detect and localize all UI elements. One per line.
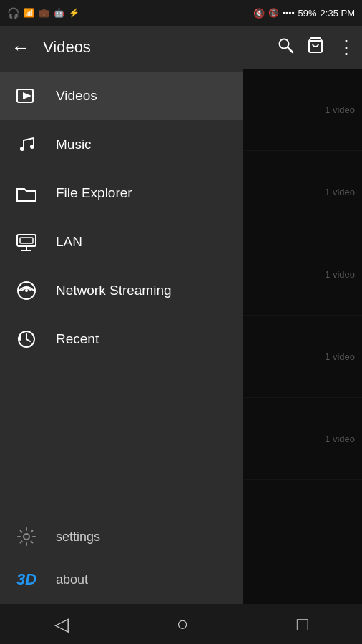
sidebar-item-label: Recent [56, 331, 99, 347]
sidebar-item-network-streaming[interactable]: Network Streaming [0, 266, 243, 315]
svg-line-1 [288, 47, 293, 52]
sidebar-nav: Videos Music [0, 69, 243, 512]
svg-point-14 [24, 534, 29, 540]
sidebar-item-music[interactable]: Music [0, 120, 243, 169]
signal-bars-icon: ▪▪▪▪ [283, 8, 295, 18]
bag-icon: 💼 [39, 8, 49, 18]
video-icon [13, 85, 40, 107]
mute-icon: 🔇 [253, 8, 265, 19]
lan-icon [13, 232, 40, 252]
bottom-nav: ◁ ○ □ [0, 604, 362, 644]
android-icon: 🤖 [54, 8, 64, 18]
sidebar-item-label: File Explorer [56, 185, 132, 201]
folder-icon [13, 183, 40, 203]
sidebar-item-label: LAN [56, 234, 82, 250]
sim-icon: 📶 [24, 8, 34, 18]
back-button[interactable]: ← [7, 32, 34, 63]
signal-icon: 📵 [268, 8, 279, 18]
sidebar-item-file-explorer[interactable]: File Explorer [0, 169, 243, 218]
music-icon [13, 135, 40, 155]
status-bar: 🎧 📶 💼 🤖 ⚡ 🔇 📵 ▪▪▪▪ 59% 2:35 PM [0, 0, 362, 26]
sidebar-bottom: settings 3D about [0, 512, 243, 604]
sidebar-item-lan[interactable]: LAN [0, 218, 243, 266]
status-icons-left: 🎧 📶 💼 🤖 ⚡ [7, 7, 79, 19]
sidebar-item-label: Videos [56, 88, 97, 104]
top-bar: ← Videos ⋮ [0, 26, 362, 69]
sidebar-item-about[interactable]: 3D about [0, 558, 243, 601]
svg-marker-4 [23, 92, 31, 99]
usb-icon: ⚡ [69, 8, 79, 18]
main-layout: 1 video 1 video a Civil War 2016di Dubbe… [0, 69, 362, 604]
search-button[interactable] [277, 36, 294, 58]
wifi-signal-icon [13, 280, 40, 301]
settings-label: settings [56, 530, 100, 545]
sidebar-item-label: Music [56, 137, 92, 152]
sidebar: Videos Music [0, 69, 243, 604]
toolbar-icons: ⋮ [277, 36, 355, 59]
settings-icon [13, 527, 40, 547]
svg-point-5 [20, 147, 24, 151]
recent-icon [13, 329, 40, 349]
battery-level: 59% [298, 8, 317, 19]
headphone-icon: 🎧 [7, 7, 19, 19]
about-label: about [56, 572, 88, 587]
cart-button[interactable] [307, 36, 324, 58]
sidebar-item-videos[interactable]: Videos [0, 72, 243, 120]
sidebar-item-settings[interactable]: settings [0, 515, 243, 558]
svg-rect-8 [20, 238, 33, 243]
back-nav-button[interactable]: ◁ [40, 608, 83, 641]
svg-point-6 [30, 145, 34, 149]
clock: 2:35 PM [321, 8, 355, 19]
more-button[interactable]: ⋮ [337, 36, 355, 59]
recent-nav-button[interactable]: □ [283, 608, 323, 641]
page-title: Videos [43, 38, 268, 57]
sidebar-item-recent[interactable]: Recent [0, 315, 243, 364]
home-nav-button[interactable]: ○ [162, 607, 203, 641]
about-icon: 3D [13, 570, 40, 589]
sidebar-item-label: Network Streaming [56, 283, 172, 298]
overlay [243, 69, 362, 604]
svg-point-12 [25, 289, 28, 292]
status-icons-right: 🔇 📵 ▪▪▪▪ 59% 2:35 PM [253, 8, 355, 19]
